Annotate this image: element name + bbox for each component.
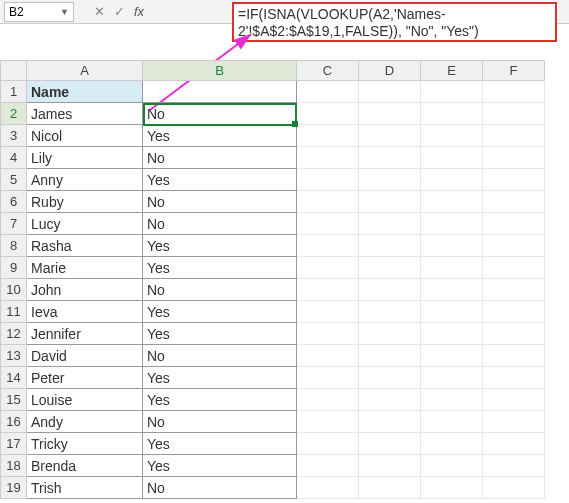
cell[interactable] bbox=[359, 103, 421, 125]
cell[interactable] bbox=[297, 169, 359, 191]
cell-result[interactable]: Yes bbox=[143, 433, 297, 455]
cell-result[interactable]: No bbox=[143, 477, 297, 499]
cell[interactable] bbox=[359, 169, 421, 191]
cell[interactable] bbox=[483, 169, 545, 191]
cell[interactable] bbox=[483, 81, 545, 103]
cell[interactable] bbox=[421, 477, 483, 499]
cell[interactable] bbox=[359, 125, 421, 147]
cell-name[interactable]: Peter bbox=[27, 367, 143, 389]
cell[interactable] bbox=[421, 191, 483, 213]
cell[interactable] bbox=[483, 147, 545, 169]
col-header-F[interactable]: F bbox=[483, 61, 545, 81]
cell-result[interactable]: Yes bbox=[143, 367, 297, 389]
cell[interactable] bbox=[297, 147, 359, 169]
cell-result[interactable]: No bbox=[143, 279, 297, 301]
cell[interactable] bbox=[483, 433, 545, 455]
cell[interactable] bbox=[483, 235, 545, 257]
row-header[interactable]: 7 bbox=[1, 213, 27, 235]
row-header[interactable]: 2 bbox=[1, 103, 27, 125]
name-box[interactable]: B2 ▼ bbox=[4, 2, 74, 22]
cell-result[interactable]: Yes bbox=[143, 455, 297, 477]
cell-result[interactable]: No bbox=[143, 213, 297, 235]
cell-result[interactable]: Yes bbox=[143, 301, 297, 323]
row-header[interactable]: 11 bbox=[1, 301, 27, 323]
fx-icon[interactable]: fx bbox=[132, 4, 146, 19]
cell[interactable] bbox=[359, 345, 421, 367]
row-header[interactable]: 3 bbox=[1, 125, 27, 147]
col-header-E[interactable]: E bbox=[421, 61, 483, 81]
cell[interactable] bbox=[359, 367, 421, 389]
cell-name[interactable]: Andy bbox=[27, 411, 143, 433]
cell-result[interactable]: Yes bbox=[143, 389, 297, 411]
cell[interactable] bbox=[421, 169, 483, 191]
cell-result[interactable]: Yes bbox=[143, 125, 297, 147]
cell[interactable] bbox=[359, 411, 421, 433]
cell-result[interactable]: No bbox=[143, 147, 297, 169]
cell[interactable] bbox=[421, 279, 483, 301]
cell[interactable] bbox=[359, 279, 421, 301]
cell[interactable] bbox=[421, 345, 483, 367]
row-header[interactable]: 19 bbox=[1, 477, 27, 499]
cell-name[interactable]: James bbox=[27, 103, 143, 125]
cell-result[interactable]: Yes bbox=[143, 235, 297, 257]
header-name-cell[interactable]: Name bbox=[27, 81, 143, 103]
row-header[interactable]: 14 bbox=[1, 367, 27, 389]
cell[interactable] bbox=[483, 411, 545, 433]
cell[interactable] bbox=[297, 301, 359, 323]
cell[interactable] bbox=[483, 323, 545, 345]
confirm-icon[interactable]: ✓ bbox=[112, 4, 126, 19]
cell[interactable] bbox=[297, 389, 359, 411]
cell[interactable] bbox=[421, 81, 483, 103]
formula-bar-input[interactable]: =IF(ISNA(VLOOKUP(A2,'Names-2'!$A$2:$A$19… bbox=[232, 2, 557, 42]
row-header[interactable]: 5 bbox=[1, 169, 27, 191]
chevron-down-icon[interactable]: ▼ bbox=[60, 7, 69, 17]
cell[interactable] bbox=[297, 433, 359, 455]
row-header[interactable]: 12 bbox=[1, 323, 27, 345]
row-header[interactable]: 15 bbox=[1, 389, 27, 411]
cell[interactable] bbox=[483, 389, 545, 411]
cell[interactable] bbox=[297, 411, 359, 433]
cell-name[interactable]: Louise bbox=[27, 389, 143, 411]
cell-name[interactable]: Brenda bbox=[27, 455, 143, 477]
col-header-B[interactable]: B bbox=[143, 61, 297, 81]
row-header[interactable]: 18 bbox=[1, 455, 27, 477]
cell[interactable] bbox=[359, 213, 421, 235]
cell[interactable] bbox=[421, 323, 483, 345]
cell[interactable] bbox=[483, 367, 545, 389]
cell[interactable] bbox=[359, 477, 421, 499]
cell[interactable] bbox=[297, 345, 359, 367]
cell[interactable] bbox=[483, 301, 545, 323]
cell-name[interactable]: Lily bbox=[27, 147, 143, 169]
row-header[interactable]: 17 bbox=[1, 433, 27, 455]
cell-name[interactable]: Jennifer bbox=[27, 323, 143, 345]
cell-result[interactable]: Yes bbox=[143, 323, 297, 345]
cell[interactable] bbox=[297, 477, 359, 499]
row-header[interactable]: 10 bbox=[1, 279, 27, 301]
cell[interactable] bbox=[421, 125, 483, 147]
cell-result[interactable]: No bbox=[143, 191, 297, 213]
cell[interactable] bbox=[297, 213, 359, 235]
cell-name[interactable]: Tricky bbox=[27, 433, 143, 455]
cancel-icon[interactable]: ✕ bbox=[92, 4, 106, 19]
cell[interactable] bbox=[421, 257, 483, 279]
cell-name[interactable]: Lucy bbox=[27, 213, 143, 235]
cell[interactable] bbox=[483, 213, 545, 235]
cell[interactable] bbox=[483, 125, 545, 147]
cell-name[interactable]: David bbox=[27, 345, 143, 367]
cell[interactable] bbox=[483, 191, 545, 213]
cell-result[interactable]: No bbox=[143, 103, 297, 125]
select-all-corner[interactable] bbox=[1, 61, 27, 81]
cell[interactable] bbox=[421, 147, 483, 169]
cell[interactable] bbox=[297, 235, 359, 257]
cell[interactable] bbox=[421, 103, 483, 125]
row-header[interactable]: 8 bbox=[1, 235, 27, 257]
cell[interactable] bbox=[483, 257, 545, 279]
cell[interactable] bbox=[359, 81, 421, 103]
cell[interactable] bbox=[143, 81, 297, 103]
cell[interactable] bbox=[421, 389, 483, 411]
cell[interactable] bbox=[421, 301, 483, 323]
cell[interactable] bbox=[359, 235, 421, 257]
cell-name[interactable]: John bbox=[27, 279, 143, 301]
cell[interactable] bbox=[359, 191, 421, 213]
row-header[interactable]: 1 bbox=[1, 81, 27, 103]
